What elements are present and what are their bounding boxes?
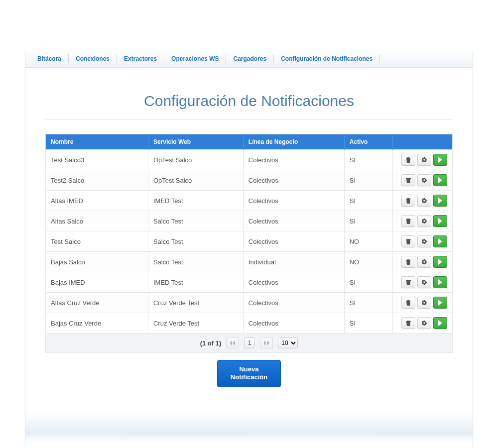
run-button[interactable] xyxy=(433,235,447,247)
cell-activo: SI xyxy=(344,211,392,231)
cell-activo: SI xyxy=(344,293,392,313)
trash-icon xyxy=(405,300,411,306)
cell-actions xyxy=(393,191,453,211)
tab-conexiones[interactable]: Conexiones xyxy=(69,50,117,67)
table-row: Bajas IMEDIMED TestColectivosSI xyxy=(46,272,453,293)
cell-servicio-web: OpTest Salco xyxy=(148,150,243,170)
cell-nombre: Bajas Cruz Verde xyxy=(46,313,148,334)
notifications-table: Nombre Servicio Web Línea de Negocio Act… xyxy=(45,134,453,334)
cell-activo: SI xyxy=(344,191,392,211)
settings-button[interactable] xyxy=(417,276,431,288)
trash-icon xyxy=(405,320,411,326)
cell-servicio-web: Cruz Verde Test xyxy=(148,313,243,334)
gear-icon xyxy=(421,320,427,326)
tab-extractores[interactable]: Extractores xyxy=(117,50,164,67)
cell-linea-negocio: Colectivos xyxy=(243,170,344,191)
play-icon xyxy=(438,279,443,285)
tab-bitacora[interactable]: Bitácora xyxy=(30,50,68,67)
trash-icon xyxy=(405,238,411,244)
play-icon xyxy=(438,177,443,183)
paginator-first-button[interactable] xyxy=(226,337,239,348)
settings-button[interactable] xyxy=(417,215,431,227)
settings-button[interactable] xyxy=(417,235,431,247)
paginator-page-1[interactable]: 1 xyxy=(244,337,255,348)
cell-nombre: Bajas Salco xyxy=(46,252,148,272)
cell-nombre: Test2 Salco xyxy=(46,170,148,191)
rows-per-page-select[interactable]: 10 xyxy=(278,337,298,348)
first-page-icon xyxy=(230,340,236,345)
table-row: Altas IMEDIMED TestColectivosSI xyxy=(46,191,453,211)
cell-actions xyxy=(393,272,453,293)
run-button[interactable] xyxy=(433,215,447,227)
cell-activo: SI xyxy=(344,272,392,293)
gear-icon xyxy=(421,279,427,285)
title-separator xyxy=(45,119,453,120)
trash-icon xyxy=(405,177,411,183)
cell-servicio-web: Cruz Verde Test xyxy=(148,293,243,313)
run-button[interactable] xyxy=(433,297,447,309)
settings-button[interactable] xyxy=(417,317,431,329)
delete-button[interactable] xyxy=(401,276,415,288)
tab-bar: Bitácora Conexiones Extractores Operacio… xyxy=(25,50,473,68)
cell-servicio-web: OpTest Salco xyxy=(148,170,243,191)
cell-nombre: Altas IMED xyxy=(46,191,148,211)
delete-button[interactable] xyxy=(401,174,415,186)
cell-linea-negocio: Colectivos xyxy=(243,211,344,231)
run-button[interactable] xyxy=(433,195,447,207)
delete-button[interactable] xyxy=(401,317,415,329)
run-button[interactable] xyxy=(433,276,447,288)
run-button[interactable] xyxy=(433,174,447,186)
cell-nombre: Bajas IMED xyxy=(46,272,148,293)
delete-button[interactable] xyxy=(401,154,415,166)
cell-actions xyxy=(393,252,453,272)
cell-servicio-web: Salco Test xyxy=(148,211,243,231)
cell-actions xyxy=(393,231,453,252)
settings-button[interactable] xyxy=(417,297,431,309)
table-row: Test SalcoSalco TestColectivosNO xyxy=(46,231,453,252)
table-row: Altas Cruz VerdeCruz Verde TestColectivo… xyxy=(46,293,453,313)
paginator-last-button[interactable] xyxy=(260,337,273,348)
cell-activo: SI xyxy=(344,313,392,334)
cell-nombre: Altas Cruz Verde xyxy=(46,293,148,313)
gear-icon xyxy=(421,218,427,224)
settings-button[interactable] xyxy=(417,256,431,268)
cell-servicio-web: IMED Test xyxy=(148,191,243,211)
delete-button[interactable] xyxy=(401,297,415,309)
run-button[interactable] xyxy=(433,154,447,166)
run-button[interactable] xyxy=(433,317,447,329)
app-frame: Bitácora Conexiones Extractores Operacio… xyxy=(25,50,473,448)
delete-button[interactable] xyxy=(401,235,415,247)
cell-servicio-web: IMED Test xyxy=(148,272,243,293)
play-icon xyxy=(438,238,443,244)
gear-icon xyxy=(421,157,427,163)
gear-icon xyxy=(421,259,427,265)
gear-icon xyxy=(421,300,427,306)
tab-cargadores[interactable]: Cargadores xyxy=(226,50,273,67)
settings-button[interactable] xyxy=(417,174,431,186)
tab-operaciones-ws[interactable]: Operaciones WS xyxy=(164,50,226,67)
new-notification-button[interactable]: NuevaNotificación xyxy=(217,360,281,387)
run-button[interactable] xyxy=(433,256,447,268)
delete-button[interactable] xyxy=(401,215,415,227)
cell-actions xyxy=(393,150,453,170)
settings-button[interactable] xyxy=(417,154,431,166)
cell-activo: SI xyxy=(344,170,392,191)
settings-button[interactable] xyxy=(417,195,431,207)
paginator-summary: (1 of 1) xyxy=(200,339,222,347)
play-icon xyxy=(438,218,443,224)
delete-button[interactable] xyxy=(401,256,415,268)
trash-icon xyxy=(405,218,411,224)
cell-nombre: Test Salco xyxy=(46,231,148,252)
cell-nombre: Altas Salco xyxy=(46,211,148,231)
cell-actions xyxy=(393,293,453,313)
cell-actions xyxy=(393,170,453,191)
delete-button[interactable] xyxy=(401,195,415,207)
page-title: Configuración de Notificaciones xyxy=(45,93,453,110)
tab-config-notificaciones[interactable]: Configuración de Notificaciones xyxy=(274,50,379,67)
table-row: Bajas SalcoSalco TestIndividualNO xyxy=(46,252,453,272)
col-linea-negocio: Línea de Negocio xyxy=(243,134,344,150)
cell-actions xyxy=(393,211,453,231)
cell-nombre: Test Salco3 xyxy=(46,150,148,170)
cell-servicio-web: Salco Test xyxy=(148,252,243,272)
trash-icon xyxy=(405,279,411,285)
